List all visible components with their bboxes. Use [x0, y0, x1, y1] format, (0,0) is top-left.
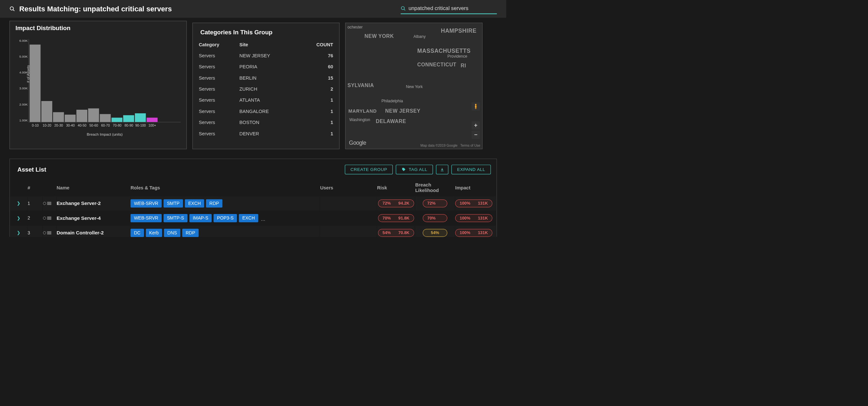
tag-all-button[interactable]: TAG ALL — [396, 165, 433, 175]
breach-pill[interactable]: 72% — [423, 199, 447, 207]
category-row[interactable]: ServersDENVER1 — [199, 128, 333, 139]
svg-rect-5 — [475, 105, 477, 108]
page-title: Results Matching: unpatched critical ser… — [19, 5, 172, 13]
google-logo: Google — [349, 140, 366, 146]
impact-pill[interactable]: 100%131K — [455, 199, 493, 207]
asset-users — [320, 226, 377, 237]
asset-tags: WEB-SRVRSMTPEXCHRDP — [131, 196, 320, 210]
chart-yticks: 1.00K2.00K3.00K4.00K5.00K6.00K — [18, 39, 28, 122]
risk-pill[interactable]: 70%91.8K — [378, 214, 414, 222]
impact-pill[interactable]: 100%131K — [455, 214, 493, 222]
map-panel[interactable]: + − Google Map data ©2019 Google Terms o… — [345, 23, 483, 149]
asset-users — [320, 196, 377, 210]
risk-pill[interactable]: 54%70.8K — [378, 229, 414, 237]
panel-title: Asset List — [18, 166, 46, 173]
role-tag[interactable]: SMTP-S — [164, 214, 188, 223]
map-region-label: RI — [461, 63, 466, 69]
role-tag[interactable]: SMTP — [164, 199, 183, 207]
map-region-label: MARYLAND — [348, 109, 377, 114]
chart-bar — [53, 112, 64, 122]
map-city-label: Washington — [349, 118, 370, 122]
category-row[interactable]: ServersBANGALORE1 — [199, 106, 333, 117]
impact-pill[interactable]: 100%131K — [455, 229, 493, 237]
map-city-label: ochester — [347, 25, 363, 29]
map-region-label: NEW JERSEY — [385, 108, 421, 114]
risk-pill[interactable]: 72%94.2K — [378, 199, 414, 207]
chart-bar — [135, 113, 146, 122]
more-tags-ellipsis[interactable]: ... — [261, 216, 266, 222]
chart-xlabel: Breach Impact (units) — [29, 132, 181, 136]
map-region-label: NEW YORK — [365, 33, 394, 39]
chart-bar — [41, 101, 52, 122]
expand-row-chevron[interactable]: ❯ — [10, 211, 27, 225]
category-row[interactable]: ServersPEORIA60 — [199, 61, 333, 72]
col-impact: Impact — [455, 180, 496, 196]
breach-pill[interactable]: 70% — [423, 214, 447, 222]
category-row[interactable]: ServersATLANTA1 — [199, 95, 333, 106]
search-box[interactable] — [401, 4, 497, 14]
col-users: Users — [320, 180, 377, 196]
chart-bar — [123, 115, 134, 122]
map-city-label: Philadelphia — [381, 98, 403, 103]
chart-xlabels: 0-1010-2020-3030-4040-5050-6060-7070-808… — [29, 124, 181, 127]
role-tag[interactable]: IMAP-S — [189, 214, 212, 223]
row-number: 1 — [28, 196, 43, 210]
map-region-label: SYLVANIA — [347, 83, 374, 88]
chart-bar — [88, 109, 99, 122]
category-row[interactable]: ServersBERLIN15 — [199, 72, 333, 83]
search-input[interactable] — [408, 5, 497, 12]
expand-row-chevron[interactable]: ❯ — [10, 196, 27, 210]
role-tag[interactable]: WEB-SRVR — [131, 214, 162, 223]
breach-pill[interactable]: 54% — [423, 229, 447, 237]
map-region-label: CONNECTICUT — [417, 62, 456, 68]
map-city-label: Providence — [447, 54, 467, 59]
col-site: Site — [239, 40, 300, 50]
streetview-pegman-icon[interactable] — [471, 102, 480, 111]
zoom-in-button[interactable]: + — [471, 121, 480, 129]
asset-name[interactable]: Exchange Server-2 — [57, 196, 130, 210]
map-city-label: New York — [406, 85, 423, 89]
col-name: Name — [57, 180, 130, 196]
chart-bar — [100, 114, 111, 122]
svg-point-4 — [475, 104, 477, 106]
asset-row: ❯ 3 Domain Controller-2 DCKerbDNSRDP 54%… — [10, 226, 496, 237]
map-region-label: HAMPSHIRE — [441, 28, 476, 34]
role-tag[interactable]: WEB-SRVR — [131, 199, 162, 207]
search-icon — [9, 6, 15, 12]
role-tag[interactable]: DNS — [164, 229, 181, 237]
impact-distribution-panel: Impact Distribution # of Assets 1.00K2.0… — [9, 21, 187, 149]
download-icon — [440, 167, 444, 172]
asset-users — [320, 211, 377, 225]
asset-row: ❯ 1 Exchange Server-2 WEB-SRVRSMTPEXCHRD… — [10, 196, 496, 210]
download-button[interactable] — [436, 165, 448, 175]
role-tag[interactable]: EXCH — [239, 214, 258, 223]
expand-all-button[interactable]: EXPAND ALL — [452, 165, 491, 175]
row-number: 2 — [28, 211, 43, 225]
asset-name[interactable]: Exchange Server-4 — [57, 211, 130, 225]
col-breach: Breach Likelihood — [415, 180, 455, 196]
asset-name[interactable]: Domain Controller-2 — [57, 226, 130, 237]
asset-tags: DCKerbDNSRDP — [131, 226, 320, 237]
role-tag[interactable]: Kerb — [146, 229, 162, 237]
asset-type-icon — [43, 226, 56, 237]
panel-title: Categories In This Group — [198, 29, 334, 36]
tag-icon — [402, 167, 406, 172]
zoom-out-button[interactable]: − — [471, 131, 480, 139]
category-row[interactable]: ServersZURICH2 — [199, 84, 333, 94]
chart-bar — [76, 110, 87, 122]
svg-rect-7 — [476, 108, 476, 109]
role-tag[interactable]: EXCH — [185, 199, 204, 207]
map-attribution: Map data ©2019 Google Terms of Use — [421, 144, 480, 148]
create-group-button[interactable]: CREATE GROUP — [345, 165, 393, 175]
role-tag[interactable]: RDP — [206, 199, 222, 207]
category-row[interactable]: ServersBOSTON1 — [199, 117, 333, 128]
category-row[interactable]: ServersNEW JERSEY76 — [199, 50, 333, 61]
role-tag[interactable]: DC — [131, 229, 144, 237]
col-number: # — [28, 180, 43, 196]
svg-rect-6 — [475, 108, 475, 109]
results-header: Results Matching: unpatched critical ser… — [0, 0, 506, 18]
role-tag[interactable]: POP3-S — [213, 214, 237, 223]
chart-bar — [112, 118, 123, 122]
role-tag[interactable]: RDP — [182, 229, 198, 237]
expand-row-chevron[interactable]: ❯ — [10, 226, 27, 237]
